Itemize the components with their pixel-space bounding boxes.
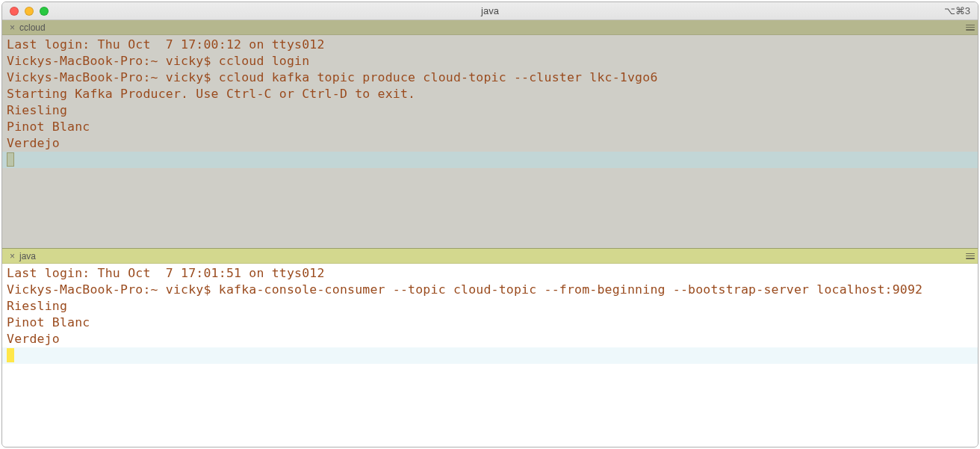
tab-java[interactable]: × java [2, 249, 43, 263]
tab-label: java [19, 251, 36, 261]
terminal-line: Verdejo [7, 136, 60, 150]
window-title: java [2, 5, 978, 16]
terminal-line: Riesling [7, 103, 67, 117]
cursor-icon [7, 152, 14, 167]
title-bar: java ⌥⌘3 [2, 2, 978, 20]
terminal-line: Last login: Thu Oct 7 17:01:51 on ttys01… [7, 266, 325, 280]
close-icon[interactable]: × [10, 252, 15, 261]
terminal-line: Pinot Blanc [7, 120, 90, 134]
terminal-line: Last login: Thu Oct 7 17:00:12 on ttys01… [7, 37, 325, 52]
close-icon[interactable]: × [10, 23, 15, 32]
terminal-output-bottom[interactable]: Last login: Thu Oct 7 17:01:51 on ttys01… [2, 264, 978, 447]
close-icon[interactable] [10, 7, 19, 16]
terminal-line: Starting Kafka Producer. Use Ctrl-C or C… [7, 87, 415, 101]
pane-top[interactable]: × ccloud Last login: Thu Oct 7 17:00:12 … [2, 20, 978, 249]
tab-bar-bottom: × java [2, 249, 978, 264]
pane-menu-button[interactable] [963, 249, 978, 263]
cursor-row [2, 152, 978, 168]
tab-label: ccloud [19, 22, 46, 33]
pane-menu-button[interactable] [963, 20, 978, 34]
pane-bottom[interactable]: × java Last login: Thu Oct 7 17:01:51 on… [2, 249, 978, 447]
terminal-output-top[interactable]: Last login: Thu Oct 7 17:00:12 on ttys01… [2, 35, 978, 248]
split-panes: × ccloud Last login: Thu Oct 7 17:00:12 … [2, 20, 978, 447]
terminal-line: Riesling [7, 299, 67, 313]
cursor-row [2, 347, 978, 364]
minimize-icon[interactable] [25, 7, 34, 16]
terminal-line: Vickys-MacBook-Pro:~ vicky$ ccloud kafka… [7, 70, 658, 84]
terminal-window: java ⌥⌘3 × ccloud Last login: Thu Oct 7 … [1, 1, 979, 448]
hamburger-icon [966, 25, 975, 31]
tab-bar-top: × ccloud [2, 20, 978, 35]
traffic-lights [2, 7, 49, 16]
terminal-line: Vickys-MacBook-Pro:~ vicky$ ccloud login [7, 54, 309, 68]
hamburger-icon [966, 253, 975, 259]
terminal-line: Pinot Blanc [7, 315, 90, 329]
window-shortcut-hint: ⌥⌘3 [944, 5, 978, 16]
tab-ccloud[interactable]: × ccloud [2, 20, 53, 34]
terminal-line: Verdejo [7, 332, 60, 346]
terminal-line: Vickys-MacBook-Pro:~ vicky$ kafka-consol… [7, 282, 922, 297]
cursor-icon [7, 348, 14, 362]
zoom-icon[interactable] [40, 7, 49, 16]
